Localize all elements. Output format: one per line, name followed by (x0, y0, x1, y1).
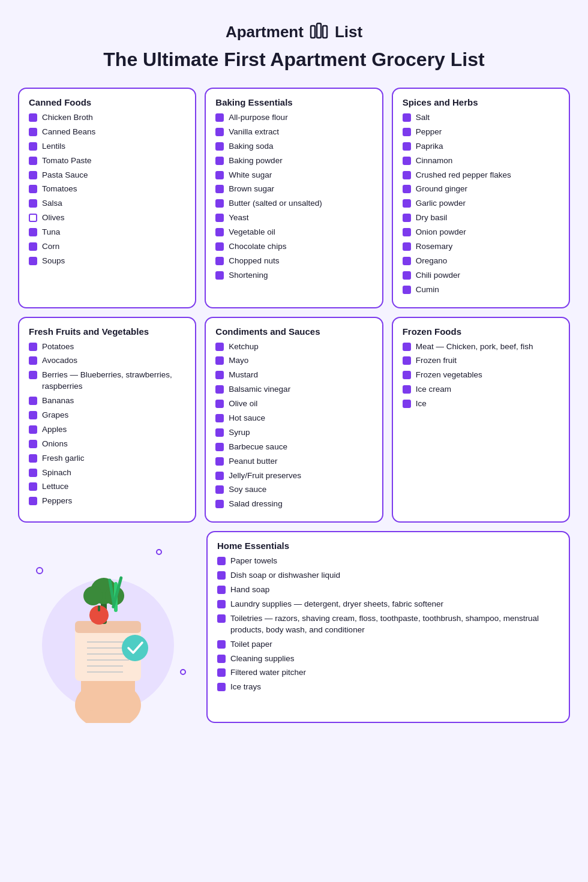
checkbox-balsamic-vinegar[interactable] (215, 385, 224, 394)
checkbox-chicken-broth[interactable] (29, 113, 37, 122)
checkbox-brown-sugar[interactable] (215, 185, 224, 193)
checkbox-vegetable-oil[interactable] (215, 228, 224, 236)
item-peppers: Peppers (29, 496, 185, 507)
logo-text-list: List (335, 23, 362, 41)
checkbox-mayo[interactable] (215, 356, 224, 365)
checkbox-tuna[interactable] (29, 228, 37, 236)
checkbox-soy-sauce[interactable] (215, 485, 224, 494)
checkbox-dry-basil[interactable] (403, 214, 411, 222)
checkbox-rosemary[interactable] (403, 242, 411, 251)
checkbox-paper-towels[interactable] (217, 557, 226, 565)
item-tomatoes: Tomatoes (29, 184, 185, 195)
checkbox-ice-trays[interactable] (217, 683, 226, 691)
checkbox-jelly[interactable] (215, 472, 224, 480)
checkbox-olive-oil[interactable] (215, 400, 224, 408)
checkbox-chopped-nuts[interactable] (215, 257, 224, 265)
checkbox-hand-soap[interactable] (217, 586, 226, 594)
checkbox-vanilla-extract[interactable] (215, 128, 224, 136)
checkbox-fresh-garlic[interactable] (29, 454, 37, 463)
checkbox-garlic-powder[interactable] (403, 199, 411, 208)
checkbox-potatoes[interactable] (29, 343, 37, 351)
checkbox-avocados[interactable] (29, 356, 37, 365)
card-title-canned-foods: Canned Foods (29, 97, 185, 107)
illustration (18, 531, 198, 723)
checkbox-spinach[interactable] (29, 469, 37, 477)
item-white-sugar: White sugar (215, 170, 372, 181)
item-ketchup: Ketchup (215, 341, 372, 353)
checkbox-syrup[interactable] (215, 428, 224, 437)
checkbox-ground-ginger[interactable] (403, 185, 411, 193)
item-lentils: Lentils (29, 141, 185, 152)
item-yeast: Yeast (215, 212, 372, 224)
checkbox-lentils[interactable] (29, 142, 37, 151)
checkbox-salsa[interactable] (29, 199, 37, 208)
checkbox-toiletries[interactable] (217, 614, 226, 623)
checkbox-soups[interactable] (29, 257, 37, 265)
checkbox-canned-beans[interactable] (29, 128, 37, 136)
checkbox-cumin[interactable] (403, 286, 411, 294)
checkbox-baking-powder[interactable] (215, 157, 224, 165)
checkbox-all-purpose-flour[interactable] (215, 113, 224, 122)
checkbox-chili-powder[interactable] (403, 271, 411, 280)
checkbox-olives[interactable] (29, 214, 37, 222)
item-chicken-broth: Chicken Broth (29, 112, 185, 124)
item-dry-basil: Dry basil (403, 212, 559, 224)
checkbox-peanut-butter[interactable] (215, 457, 224, 466)
checkbox-chocolate-chips[interactable] (215, 242, 224, 251)
item-paper-towels: Paper towels (217, 556, 559, 567)
checkbox-laundry-supplies[interactable] (217, 600, 226, 608)
checkbox-ice[interactable] (403, 400, 411, 408)
checkbox-crushed-red-pepper[interactable] (403, 171, 411, 179)
card-frozen-foods: Frozen Foods Meat — Chicken, pork, beef,… (392, 317, 570, 523)
checkbox-grapes[interactable] (29, 411, 37, 419)
checkbox-tomatoes[interactable] (29, 185, 37, 193)
checkbox-mustard[interactable] (215, 371, 224, 379)
checkbox-lettuce[interactable] (29, 482, 37, 491)
item-bananas: Bananas (29, 395, 185, 407)
checkbox-frozen-fruit[interactable] (403, 356, 411, 365)
checkbox-filtered-water-pitcher[interactable] (217, 668, 226, 677)
item-all-purpose-flour: All-purpose flour (215, 112, 372, 124)
checkbox-bananas[interactable] (29, 397, 37, 405)
checkbox-toilet-paper[interactable] (217, 640, 226, 649)
checkbox-butter[interactable] (215, 199, 224, 208)
checkbox-tomato-paste[interactable] (29, 157, 37, 165)
checkbox-ketchup[interactable] (215, 343, 224, 351)
item-ground-ginger: Ground ginger (403, 184, 559, 195)
checkbox-pasta-sauce[interactable] (29, 171, 37, 179)
checkbox-onions[interactable] (29, 440, 37, 448)
checkbox-dish-soap[interactable] (217, 571, 226, 580)
item-cleaning-supplies: Cleaning supplies (217, 653, 559, 665)
item-berries: Berries — Blueberries, strawberries, ras… (29, 370, 185, 392)
grocery-bag-illustration (30, 543, 186, 723)
checkbox-ice-cream[interactable] (403, 385, 411, 394)
checkbox-shortening[interactable] (215, 271, 224, 280)
checkbox-cinnamon[interactable] (403, 157, 411, 165)
item-olive-oil: Olive oil (215, 398, 372, 410)
checkbox-salt[interactable] (403, 113, 411, 122)
checkbox-yeast[interactable] (215, 214, 224, 222)
checkbox-onion-powder[interactable] (403, 228, 411, 236)
checkbox-white-sugar[interactable] (215, 171, 224, 179)
item-jelly: Jelly/Fruit preserves (215, 470, 372, 482)
item-meat: Meat — Chicken, pork, beef, fish (403, 341, 559, 353)
checkbox-paprika[interactable] (403, 142, 411, 151)
checkbox-oregano[interactable] (403, 257, 411, 265)
svg-rect-2 (323, 26, 327, 38)
item-dish-soap: Dish soap or dishwasher liquid (217, 570, 559, 581)
checkbox-apples[interactable] (29, 425, 37, 434)
checkbox-hot-sauce[interactable] (215, 414, 224, 422)
checkbox-frozen-vegetables[interactable] (403, 371, 411, 379)
checkbox-corn[interactable] (29, 242, 37, 251)
item-butter: Butter (salted or unsalted) (215, 198, 372, 209)
checkbox-salad-dressing[interactable] (215, 500, 224, 508)
checkbox-meat[interactable] (403, 343, 411, 351)
checkbox-cleaning-supplies[interactable] (217, 655, 226, 663)
item-hand-soap: Hand soap (217, 584, 559, 596)
checkbox-barbecue-sauce[interactable] (215, 443, 224, 451)
checkbox-pepper[interactable] (403, 128, 411, 136)
checkbox-baking-soda[interactable] (215, 142, 224, 151)
checkbox-peppers[interactable] (29, 497, 37, 505)
checkbox-berries[interactable] (29, 371, 37, 379)
item-ice-trays: Ice trays (217, 682, 559, 693)
